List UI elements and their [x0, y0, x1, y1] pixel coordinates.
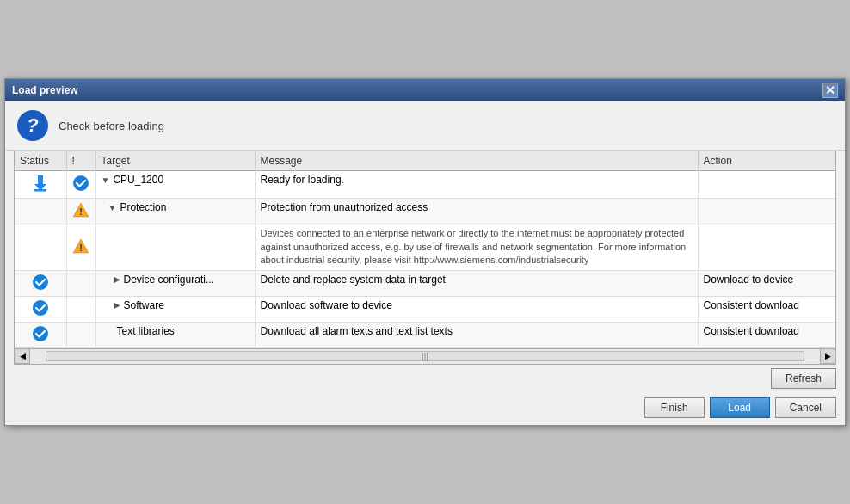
load-button[interactable]: Load [710, 397, 770, 418]
col-header-bang: ! [66, 151, 95, 171]
target-label: Device configurati... [124, 274, 214, 286]
message-cell: Download software to device [255, 296, 698, 322]
warning-icon: ! [72, 237, 89, 255]
message-text: Protection from unauthorized access [261, 201, 428, 213]
table-row: ▼ CPU_1200 Ready for loading. [15, 171, 835, 199]
header-text: Check before loading [59, 120, 164, 132]
target-label: Software [124, 299, 164, 311]
bang-cell [66, 171, 95, 199]
message-cell: Devices connected to an enterprise netwo… [255, 224, 698, 270]
col-header-status: Status [15, 151, 66, 171]
download-arrow-icon [31, 174, 50, 193]
expand-arrow[interactable]: ▶ [114, 300, 120, 310]
dialog-title: Load preview [12, 84, 78, 96]
scroll-left-button[interactable]: ◀ [15, 348, 30, 364]
scroll-right-button[interactable]: ▶ [820, 348, 835, 364]
table-row: ▶ Device configurati... Delete and repla… [15, 270, 835, 296]
status-cell [15, 322, 66, 347]
message-text: Download all alarm texts and text list t… [261, 325, 453, 337]
horizontal-scrollbar[interactable]: ◀ ||| ▶ [14, 349, 836, 365]
action-cell: Consistent download [698, 322, 835, 347]
svg-point-8 [33, 274, 48, 290]
table-wrapper: Status ! Target Message Action [14, 151, 836, 364]
action-text: Consistent download [704, 325, 799, 337]
bang-cell [66, 270, 95, 296]
bang-cell [66, 296, 95, 322]
check-circle-icon [72, 175, 89, 192]
svg-point-10 [33, 326, 48, 341]
svg-point-9 [33, 300, 48, 316]
expand-arrow[interactable]: ▼ [102, 175, 110, 185]
refresh-button[interactable]: Refresh [771, 368, 836, 389]
bang-cell: ! [66, 224, 95, 270]
warning-icon: ! [72, 201, 89, 218]
table-container: Status ! Target Message Action [14, 151, 836, 348]
target-cell: ▶ Device configurati... [95, 270, 255, 296]
svg-text:!: ! [79, 243, 83, 253]
target-cell: Text libraries [95, 322, 255, 347]
action-cell [698, 199, 835, 224]
bang-cell: ! [66, 199, 95, 224]
scrollbar-track[interactable]: ||| [46, 351, 804, 361]
svg-point-3 [73, 175, 89, 191]
action-cell [698, 171, 835, 199]
action-text: Download to device [704, 274, 794, 286]
message-text: Delete and replace system data in target [261, 274, 446, 286]
message-text: Devices connected to an enterprise netwo… [261, 228, 687, 265]
table-row: ▶ Software Download software to device C… [15, 296, 835, 322]
status-cell [15, 296, 66, 322]
target-cell: ▼ Protection [95, 199, 255, 224]
status-cell [15, 171, 66, 199]
table-header-row: Status ! Target Message Action [15, 151, 835, 171]
question-icon: ? [17, 110, 48, 141]
svg-text:!: ! [79, 206, 83, 217]
action-text: Consistent download [704, 299, 799, 311]
cancel-button[interactable]: Cancel [775, 397, 836, 418]
refresh-area: Refresh [5, 365, 845, 390]
check-circle-icon [32, 325, 49, 342]
message-cell: Ready for loading. [255, 171, 698, 199]
message-cell: Protection from unauthorized access [255, 199, 698, 224]
action-cell [698, 224, 835, 270]
close-button[interactable]: ✕ [822, 83, 838, 98]
col-header-action: Action [698, 151, 835, 171]
message-cell: Delete and replace system data in target [255, 270, 698, 296]
table-row: ! Devices connected to an enterprise net… [15, 224, 835, 270]
target-label: CPU_1200 [113, 174, 163, 186]
col-header-message: Message [255, 151, 698, 171]
expand-arrow[interactable]: ▶ [114, 274, 120, 284]
action-cell: Download to device [698, 270, 835, 296]
dialog-header: ? Check before loading [5, 101, 845, 151]
message-cell: Download all alarm texts and text list t… [255, 322, 698, 347]
table-row: ! ▼ Protection Protection from unauthori… [15, 199, 835, 224]
message-text: Download software to device [261, 299, 392, 311]
main-table: Status ! Target Message Action [15, 151, 835, 347]
target-cell [95, 224, 255, 270]
status-cell [15, 224, 66, 270]
target-label: Text libraries [117, 325, 175, 337]
message-text: Ready for loading. [261, 174, 344, 186]
status-cell [15, 270, 66, 296]
svg-rect-2 [34, 189, 46, 192]
bang-cell [66, 322, 95, 347]
finish-button[interactable]: Finish [644, 397, 705, 418]
target-label: Protection [120, 201, 166, 213]
col-header-target: Target [95, 151, 255, 171]
check-circle-icon [32, 299, 49, 317]
target-cell: ▼ CPU_1200 [95, 171, 255, 199]
table-row: Text libraries Download all alarm texts … [15, 322, 835, 347]
load-preview-dialog: Load preview ✕ ? Check before loading St… [4, 78, 846, 425]
svg-rect-0 [38, 175, 43, 184]
dialog-buttons: Finish Load Cancel [5, 390, 845, 425]
expand-arrow[interactable]: ▼ [108, 203, 117, 212]
action-cell: Consistent download [698, 296, 835, 322]
title-bar: Load preview ✕ [5, 79, 845, 101]
target-cell: ▶ Software [95, 296, 255, 322]
check-circle-icon [32, 274, 49, 291]
status-cell [15, 199, 66, 224]
